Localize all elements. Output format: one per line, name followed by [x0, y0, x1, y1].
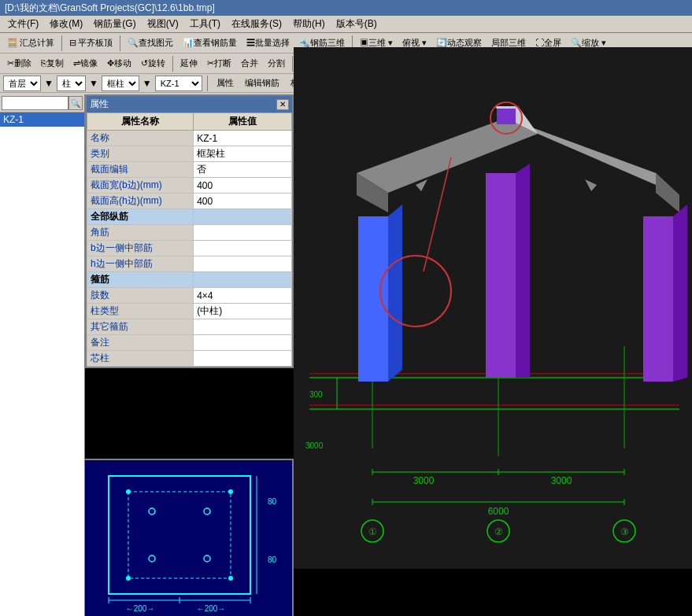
mini-diagram-svg: ←200→ ←200→ 80 80	[85, 460, 294, 616]
prop-name-cell[interactable]: 截面宽(b边)(mm)	[87, 178, 194, 194]
sidebar-search-input[interactable]	[2, 96, 68, 110]
prop-value-cell[interactable]	[194, 335, 292, 351]
btn-mirror[interactable]: ⇌镜像	[69, 55, 102, 72]
column-purple-mid	[486, 173, 516, 378]
btn-extend[interactable]: 延伸	[176, 55, 202, 72]
menu-online[interactable]: 在线服务(S)	[227, 16, 287, 32]
prop-value-cell[interactable]: 4×4	[194, 288, 292, 304]
prop-value-cell[interactable]: 否	[194, 162, 292, 178]
menu-rebar[interactable]: 钢筋量(G)	[89, 16, 140, 32]
prop-name-cell[interactable]: 备注	[87, 335, 194, 351]
sidebar-search-area: 🔍	[0, 94, 84, 113]
prop-value-cell[interactable]	[194, 351, 292, 367]
peak-marker	[497, 109, 516, 124]
inner-rect	[128, 492, 231, 578]
prop-name-cell[interactable]: b边一侧中部筋	[87, 241, 194, 256]
menu-view[interactable]: 视图(V)	[142, 16, 183, 32]
prop-value-cell[interactable]: (中柱)	[194, 304, 292, 319]
dim-text-80-bot: 80	[268, 555, 277, 564]
axis-label-2: ②	[494, 526, 503, 537]
rebar-tr	[204, 508, 210, 515]
menu-modify[interactable]: 修改(M)	[45, 16, 87, 32]
dim-3000-right-text: 3000	[551, 475, 572, 486]
sep-5	[292, 56, 293, 72]
column-purple-mid-side	[516, 164, 530, 378]
prop-value-cell[interactable]: 框架柱	[194, 146, 292, 162]
prop-name-cell[interactable]: 类别	[87, 146, 194, 162]
prop-panel-header: 属性 ✕	[87, 96, 292, 113]
sep-4	[172, 56, 173, 72]
element-id-select[interactable]: KZ-1	[155, 76, 202, 91]
menu-file[interactable]: 文件(F)	[3, 16, 43, 32]
dim-6000-text: 6000	[488, 506, 509, 517]
prop-name-cell[interactable]: 角筋	[87, 225, 194, 241]
col-header-name: 属性名称	[87, 113, 194, 131]
sep-el	[207, 76, 208, 91]
btn-copy[interactable]: ⎘复制	[37, 55, 68, 72]
btn-floor-align[interactable]: ⊟平齐板顶	[65, 35, 117, 52]
prop-value-cell[interactable]: KZ-1	[194, 131, 292, 146]
column-purple-right-side	[673, 205, 687, 382]
3d-canvas-svg: 300 3000 3000 3000 6000 ① ② ③	[294, 0, 692, 616]
prop-name-cell[interactable]: 其它箍筋	[87, 319, 194, 335]
prop-name-cell[interactable]: 名称	[87, 131, 194, 146]
prop-name-cell[interactable]: 肢数	[87, 288, 194, 304]
corner-dot-tl	[126, 489, 131, 494]
sep-1	[61, 35, 62, 51]
prop-name-cell[interactable]: 芯柱	[87, 351, 194, 367]
btn-find[interactable]: 🔍查找图元	[124, 35, 177, 52]
sep-triangle: ▼	[44, 78, 54, 89]
prop-value-cell[interactable]	[194, 319, 292, 335]
btn-break[interactable]: ✂打断	[203, 55, 235, 72]
rebar-tl	[149, 508, 155, 515]
btn-batch-select[interactable]: ☰批量选择	[242, 35, 294, 52]
prop-value-cell[interactable]	[194, 241, 292, 256]
btn-merge[interactable]: 合并	[237, 55, 262, 72]
btn-view-rebar[interactable]: 📊查看钢筋量	[179, 35, 241, 52]
sidebar-search-btn[interactable]: 🔍	[68, 96, 83, 110]
prop-panel-close-btn[interactable]: ✕	[276, 99, 289, 110]
prop-value-cell[interactable]	[194, 209, 292, 225]
menu-tools[interactable]: 工具(T)	[185, 16, 225, 32]
prop-value-cell[interactable]	[194, 272, 292, 288]
corner-dot-bl	[126, 576, 131, 581]
btn-delete[interactable]: ✂删除	[3, 55, 35, 72]
corner-dot-tr	[228, 489, 233, 494]
prop-value-cell[interactable]	[194, 256, 292, 272]
floor-icon: ⊟	[69, 38, 76, 48]
btn-split[interactable]: 分割	[264, 55, 289, 72]
prop-name-cell[interactable]: 柱类型	[87, 304, 194, 319]
dim-text-80-top: 80	[268, 497, 277, 506]
prop-value-cell[interactable]	[194, 225, 292, 241]
dim-text-200-right: ←200→	[197, 604, 226, 613]
floor-select[interactable]: 首层	[3, 76, 41, 91]
prop-name-cell[interactable]: 截面编辑	[87, 162, 194, 178]
btn-calc[interactable]: 🧮汇总计算	[3, 35, 58, 52]
column-blue-1	[358, 216, 388, 382]
btn-move[interactable]: ✥移动	[103, 55, 135, 72]
element-type-select[interactable]: 柱	[57, 76, 86, 91]
prop-panel-title: 属性	[90, 98, 109, 111]
rebar-br	[204, 555, 210, 562]
btn-rotate[interactable]: ↺旋转	[137, 55, 169, 72]
btn-properties[interactable]: 属性	[213, 75, 238, 92]
properties-panel: 属性 ✕ 属性名称 属性值 名称KZ-1类别框架柱截面编辑否截面宽(b边)(mm…	[85, 94, 294, 368]
prop-name-cell[interactable]: h边一侧中部筋	[87, 256, 194, 272]
dim-3000-left-text: 3000	[413, 475, 435, 486]
prop-table: 属性名称 属性值 名称KZ-1类别框架柱截面编辑否截面宽(b边)(mm)400截…	[87, 113, 292, 367]
element-subtype-select[interactable]: 框柱	[102, 76, 139, 91]
main-3d-view: 300 3000 3000 3000 6000 ① ② ③	[294, 0, 692, 616]
axis-label-3: ③	[620, 526, 629, 537]
sidebar: 🔍 KZ-1	[0, 94, 85, 616]
sep-triangle3: ▼	[142, 78, 152, 89]
prop-value-cell[interactable]: 400	[194, 194, 292, 209]
calc-icon: 🧮	[7, 38, 18, 48]
prop-value-cell[interactable]: 400	[194, 178, 292, 194]
btn-edit-rebar[interactable]: 编辑钢筋	[241, 75, 283, 92]
dim-text-200-left: ←200→	[126, 604, 155, 613]
rebar-bl	[149, 555, 155, 562]
title-text: [D:\我的文档\GranSoft Projects(GC]\12.6\1bb.…	[5, 2, 215, 15]
dim-3000-vert-text: 3000	[305, 441, 324, 450]
tree-item-kz1[interactable]: KZ-1	[0, 113, 84, 127]
prop-name-cell[interactable]: 截面高(h边)(mm)	[87, 194, 194, 209]
